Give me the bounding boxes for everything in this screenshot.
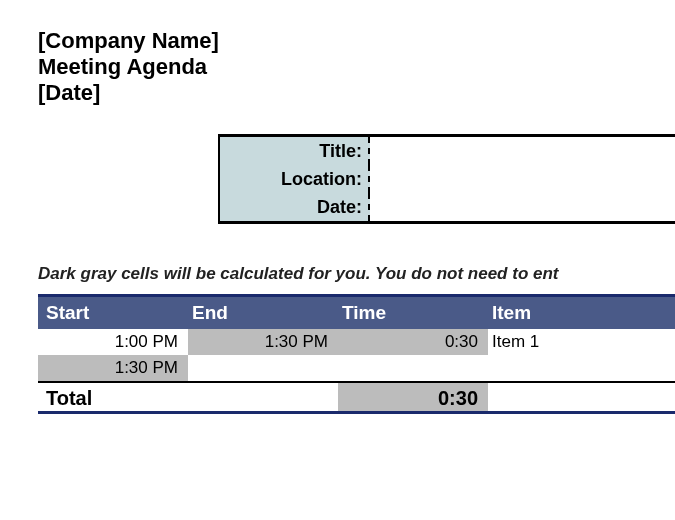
document-title: Meeting Agenda bbox=[38, 54, 675, 80]
cell-start: 1:30 PM bbox=[38, 355, 188, 381]
date-label: Date: bbox=[220, 193, 370, 221]
table-row: 1:30 PM bbox=[38, 355, 675, 381]
date-placeholder: [Date] bbox=[38, 80, 675, 106]
total-time: 0:30 bbox=[338, 383, 488, 411]
header-time: Time bbox=[338, 297, 488, 329]
table-header-row: Start End Time Item bbox=[38, 297, 675, 329]
cell-item[interactable]: Item 1 bbox=[488, 329, 675, 355]
cell-end: 1:30 PM bbox=[188, 329, 338, 355]
title-label: Title: bbox=[220, 137, 370, 165]
date-field[interactable] bbox=[370, 193, 675, 221]
header-start: Start bbox=[38, 297, 188, 329]
hint-text: Dark gray cells will be calculated for y… bbox=[38, 264, 675, 284]
header-end: End bbox=[188, 297, 338, 329]
table-row: 1:00 PM 1:30 PM 0:30 Item 1 bbox=[38, 329, 675, 355]
total-row: Total 0:30 bbox=[38, 381, 675, 411]
cell-end[interactable] bbox=[188, 355, 338, 381]
location-field[interactable] bbox=[370, 165, 675, 193]
cell-start[interactable]: 1:00 PM bbox=[38, 329, 188, 355]
total-label: Total bbox=[38, 383, 338, 411]
location-label: Location: bbox=[220, 165, 370, 193]
company-name-placeholder: [Company Name] bbox=[38, 28, 675, 54]
cell-item[interactable] bbox=[488, 355, 675, 381]
meeting-info-box: Title: Location: Date: bbox=[218, 134, 675, 224]
cell-time bbox=[338, 355, 488, 381]
title-field[interactable] bbox=[370, 137, 675, 165]
agenda-table: Start End Time Item 1:00 PM 1:30 PM 0:30… bbox=[38, 294, 675, 414]
cell-time: 0:30 bbox=[338, 329, 488, 355]
header-item: Item bbox=[488, 297, 675, 329]
